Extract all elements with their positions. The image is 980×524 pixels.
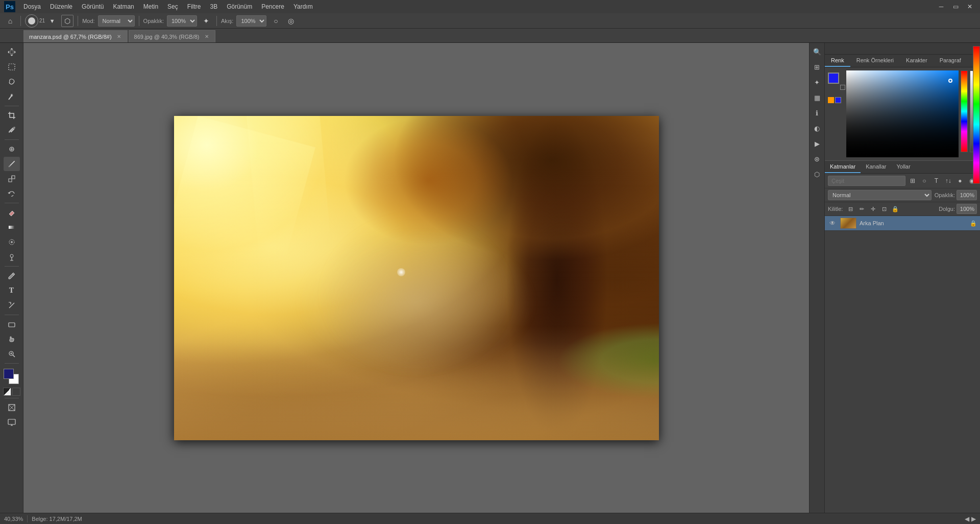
tool-hand[interactable] xyxy=(4,332,20,346)
tool-screen[interactable] xyxy=(4,415,20,430)
svg-point-4 xyxy=(9,165,10,167)
tool-zoom[interactable] xyxy=(4,347,20,361)
home-button[interactable]: ⌂ xyxy=(4,15,16,27)
tool-magic-wand[interactable] xyxy=(4,89,20,104)
table-row[interactable]: 👁 Arka Plan 🔒 xyxy=(825,216,980,231)
leaf-area-1 xyxy=(344,116,513,246)
brush-settings-button[interactable]: ▼ xyxy=(46,15,58,27)
tool-healing[interactable] xyxy=(4,142,20,156)
status-arrow-right[interactable]: ▶ xyxy=(971,515,976,522)
tab-manzara[interactable]: manzara.psd @ 67,7% (RGB/8#) ✕ xyxy=(23,30,128,42)
brush-shape-button[interactable]: ⬡ xyxy=(61,15,74,27)
foreground-color[interactable] xyxy=(4,369,14,379)
filter-mode-icon[interactable]: T xyxy=(932,176,941,186)
tools-panel: T xyxy=(0,43,23,513)
layer-lock-icon: 🔒 xyxy=(970,220,977,227)
hue-slider[interactable] xyxy=(961,70,968,152)
canvas-area xyxy=(23,43,809,513)
brush-preset[interactable] xyxy=(25,14,38,28)
svg-rect-7 xyxy=(9,226,15,229)
filter-kind-icon[interactable]: ⊞ xyxy=(908,176,917,186)
tool-marquee[interactable] xyxy=(4,60,20,74)
filter-color-icon[interactable]: ● xyxy=(955,176,965,186)
color-picker-area xyxy=(825,67,980,160)
smoothing-button[interactable]: ○ xyxy=(270,15,282,27)
extra-settings-button[interactable]: ◎ xyxy=(285,15,297,27)
tool-blur[interactable] xyxy=(4,235,20,249)
flow-select[interactable]: 100% xyxy=(236,15,266,27)
tool-frame[interactable] xyxy=(4,400,20,415)
photo-canvas[interactable] xyxy=(174,116,659,440)
status-bar: 40,33% Belge: 17,2M/17,2M ◀ ▶ xyxy=(0,513,980,524)
lock-transparent-btn[interactable]: ⊟ xyxy=(846,204,855,213)
tool-eraser[interactable] xyxy=(4,205,20,220)
lock-all-btn[interactable]: 🔒 xyxy=(891,204,900,213)
filter-effect-icon[interactable]: ○ xyxy=(919,176,929,186)
menu-goruntu[interactable]: Görüntü xyxy=(78,2,108,11)
tool-gradient[interactable] xyxy=(4,220,20,234)
tool-move[interactable] xyxy=(4,45,20,59)
tab-yollar[interactable]: Yollar xyxy=(892,161,916,173)
fill-input[interactable] xyxy=(957,204,977,214)
tool-crop[interactable] xyxy=(4,108,20,123)
mode-select[interactable]: Normal Dissolve Multiply Screen xyxy=(98,15,135,27)
panel-collapse-bar: » xyxy=(825,43,980,55)
color-gradient-box[interactable] xyxy=(846,70,959,157)
close-button[interactable]: ✕ xyxy=(964,1,976,13)
tab-869-close[interactable]: ✕ xyxy=(204,33,210,40)
tab-renk[interactable]: Renk xyxy=(825,55,850,67)
tool-type[interactable]: T xyxy=(4,283,20,298)
lock-artboard-btn[interactable]: ⊡ xyxy=(879,204,889,213)
lock-image-btn[interactable]: ✏ xyxy=(857,204,866,213)
photo-image xyxy=(174,116,659,440)
layer-mode-select[interactable]: Normal Multiply Screen xyxy=(828,190,932,200)
layers-search-input[interactable] xyxy=(828,176,905,186)
opacity-select[interactable]: 100% xyxy=(167,15,197,27)
color-swatches xyxy=(4,369,20,385)
tool-dodge[interactable] xyxy=(4,250,20,264)
gamut-warning[interactable] xyxy=(828,97,834,103)
tab-manzara-close[interactable]: ✕ xyxy=(116,33,122,40)
tab-karakter[interactable]: Karakter xyxy=(900,55,934,67)
web-color[interactable] xyxy=(835,97,841,103)
menu-dosya[interactable]: Dosya xyxy=(19,2,45,11)
tool-history-brush[interactable] xyxy=(4,186,20,201)
tool-shape[interactable] xyxy=(4,317,20,331)
fg-swatch[interactable] xyxy=(828,73,839,84)
menu-katman[interactable]: Katman xyxy=(109,2,138,11)
tab-kanallar[interactable]: Kanallar xyxy=(861,161,891,173)
quick-mask-icon[interactable] xyxy=(3,388,11,396)
menu-yardim[interactable]: Yardım xyxy=(289,2,317,11)
tab-paragraf[interactable]: Paragraf xyxy=(934,55,967,67)
layer-visibility-toggle[interactable]: 👁 xyxy=(828,219,837,228)
tool-path-selection[interactable] xyxy=(4,298,20,313)
tool-clone[interactable] xyxy=(4,172,20,186)
filter-attribute-icon[interactable]: ↑↓ xyxy=(943,176,953,186)
opacity-input[interactable] xyxy=(957,190,977,200)
menu-filtre[interactable]: Filtre xyxy=(183,2,205,11)
menu-3b[interactable]: 3B xyxy=(206,2,222,11)
tool-pen[interactable] xyxy=(4,269,20,283)
standard-mode-icon[interactable] xyxy=(12,388,20,396)
svg-rect-5 xyxy=(9,179,12,182)
tab-869[interactable]: 869.jpg @ 40,3% (RGB/8) ✕ xyxy=(129,30,215,42)
tab-renk-ornekleri[interactable]: Renk Örnekleri xyxy=(850,55,900,67)
menu-pencere[interactable]: Pencere xyxy=(257,2,288,11)
menu-duzenle[interactable]: Düzenle xyxy=(46,2,77,11)
airbrush-button[interactable]: ✦ xyxy=(200,15,212,27)
lock-position-btn[interactable]: ✛ xyxy=(868,204,877,213)
status-arrow-left[interactable]: ◀ xyxy=(965,515,969,522)
tab-katmanlar[interactable]: Katmanlar xyxy=(825,161,861,173)
tool-lasso[interactable] xyxy=(4,75,20,89)
color-spectrum-bar[interactable] xyxy=(973,46,980,184)
lock-row: Kilitle: ⊟ ✏ ✛ ⊡ 🔒 Dolgu: xyxy=(825,202,980,216)
maximize-button[interactable]: ▭ xyxy=(949,1,962,13)
menu-goruntule[interactable]: Görünüm xyxy=(223,2,256,11)
tool-brush[interactable] xyxy=(4,157,20,171)
svg-rect-11 xyxy=(9,323,15,327)
layers-header: Katmanlar Kanallar Yollar ≡ xyxy=(825,160,980,174)
menu-sec[interactable]: Seç xyxy=(163,2,182,11)
menu-metin[interactable]: Metin xyxy=(139,2,162,11)
tool-eyedropper[interactable] xyxy=(4,123,20,137)
minimize-button[interactable]: ─ xyxy=(935,1,947,13)
